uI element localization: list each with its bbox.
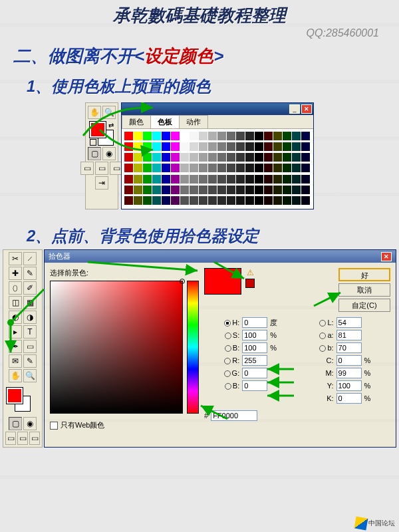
swatch[interactable] xyxy=(264,142,273,151)
swatch[interactable] xyxy=(255,196,263,205)
web-only-checkbox[interactable]: 只有Web颜色 xyxy=(50,420,199,430)
swatch[interactable] xyxy=(124,186,133,194)
swatch[interactable] xyxy=(283,175,291,184)
swatch[interactable] xyxy=(255,142,263,151)
imageready-icon[interactable]: ⇥ xyxy=(95,176,108,190)
pen-tool-icon[interactable]: ✒ xyxy=(9,340,22,353)
ok-button[interactable]: 好 xyxy=(338,268,390,281)
default-colors-icon[interactable] xyxy=(90,139,96,146)
hex-input[interactable] xyxy=(211,410,257,421)
radio-s[interactable] xyxy=(225,332,231,339)
swatch[interactable] xyxy=(217,132,226,140)
swatch[interactable] xyxy=(273,142,282,151)
swatch[interactable] xyxy=(208,175,217,184)
swatch[interactable] xyxy=(171,153,180,162)
swatch[interactable] xyxy=(143,196,152,205)
shape-tool-icon[interactable]: ▭ xyxy=(23,340,37,353)
swatch[interactable] xyxy=(162,153,170,162)
swatch[interactable] xyxy=(171,186,180,194)
swatch[interactable] xyxy=(180,196,189,205)
swatch[interactable] xyxy=(152,186,161,194)
swatch[interactable] xyxy=(292,175,301,184)
swatch[interactable] xyxy=(217,142,226,151)
m-input[interactable] xyxy=(336,368,362,378)
swatch[interactable] xyxy=(190,186,198,194)
swatch[interactable] xyxy=(162,175,170,184)
swatch[interactable] xyxy=(199,153,207,162)
swatch[interactable] xyxy=(199,132,207,140)
swatch[interactable] xyxy=(143,132,152,140)
custom-button[interactable]: 自定(C) xyxy=(338,299,390,312)
screen-2-icon[interactable]: ▭ xyxy=(17,432,28,445)
cancel-button[interactable]: 取消 xyxy=(338,283,390,297)
fg-bg-swatch[interactable] xyxy=(5,388,32,412)
swatch[interactable] xyxy=(124,164,133,172)
heal-tool-icon[interactable]: ✚ xyxy=(9,267,22,280)
swatch[interactable] xyxy=(236,164,245,172)
slice-tool-icon[interactable]: ⟋ xyxy=(23,252,37,265)
swatch[interactable] xyxy=(264,196,273,205)
swatch[interactable] xyxy=(124,142,133,151)
swatch[interactable] xyxy=(180,186,189,194)
swatch[interactable] xyxy=(292,142,301,151)
swatch[interactable] xyxy=(273,196,282,205)
swatch[interactable] xyxy=(255,186,263,194)
swatch[interactable] xyxy=(217,186,226,194)
radio-bv[interactable] xyxy=(225,345,231,352)
swatch[interactable] xyxy=(152,164,161,172)
swatch[interactable] xyxy=(134,186,142,194)
eraser-tool-icon[interactable]: ◫ xyxy=(9,296,22,309)
swatch[interactable] xyxy=(208,186,217,194)
swatch[interactable] xyxy=(236,196,245,205)
swatch[interactable] xyxy=(124,175,133,184)
swatch[interactable] xyxy=(236,153,245,162)
mode-mask-icon[interactable]: ◉ xyxy=(102,147,116,160)
swatch[interactable] xyxy=(180,132,189,140)
swatch[interactable] xyxy=(273,186,282,194)
swatch[interactable] xyxy=(273,164,282,172)
fg-color[interactable] xyxy=(7,388,23,404)
swatch[interactable] xyxy=(171,132,180,140)
swatch[interactable] xyxy=(227,175,235,184)
swatch[interactable] xyxy=(190,175,198,184)
swatch[interactable] xyxy=(190,196,198,205)
swatch[interactable] xyxy=(152,175,161,184)
swatch[interactable] xyxy=(199,142,207,151)
swatch[interactable] xyxy=(190,164,198,172)
swatch[interactable] xyxy=(301,196,310,205)
swatch[interactable] xyxy=(162,186,170,194)
swatch[interactable] xyxy=(208,164,217,172)
swatch[interactable] xyxy=(245,196,254,205)
minimize-icon[interactable]: _ xyxy=(289,104,300,114)
swatch[interactable] xyxy=(190,142,198,151)
swatch[interactable] xyxy=(264,164,273,172)
fg-color[interactable] xyxy=(90,122,106,138)
swatch[interactable] xyxy=(236,175,245,184)
swatch[interactable] xyxy=(273,175,282,184)
hand-tool-icon[interactable]: ✋ xyxy=(9,369,22,382)
swatch[interactable] xyxy=(171,142,180,151)
swatch[interactable] xyxy=(180,142,189,151)
a-input[interactable] xyxy=(336,330,362,340)
swatch[interactable] xyxy=(227,196,235,205)
swatch[interactable] xyxy=(190,153,198,162)
swatch-grid[interactable] xyxy=(122,129,313,209)
l-input[interactable] xyxy=(336,317,362,328)
swatch[interactable] xyxy=(134,196,142,205)
swatch[interactable] xyxy=(143,186,152,194)
swatch[interactable] xyxy=(199,164,207,172)
mode-mask-icon[interactable]: ◉ xyxy=(23,417,37,430)
swatch[interactable] xyxy=(171,175,180,184)
swatch[interactable] xyxy=(283,153,291,162)
hue-slider[interactable] xyxy=(187,281,199,414)
swatch[interactable] xyxy=(143,153,152,162)
swatch[interactable] xyxy=(208,132,217,140)
swatch[interactable] xyxy=(143,175,152,184)
swatch[interactable] xyxy=(255,153,263,162)
swatch[interactable] xyxy=(180,153,189,162)
swatch[interactable] xyxy=(171,196,180,205)
swap-icon[interactable]: ⇄ xyxy=(108,122,114,129)
zoom-tool-icon[interactable]: 🔍 xyxy=(23,369,37,382)
swatch[interactable] xyxy=(264,175,273,184)
swatch[interactable] xyxy=(227,142,235,151)
